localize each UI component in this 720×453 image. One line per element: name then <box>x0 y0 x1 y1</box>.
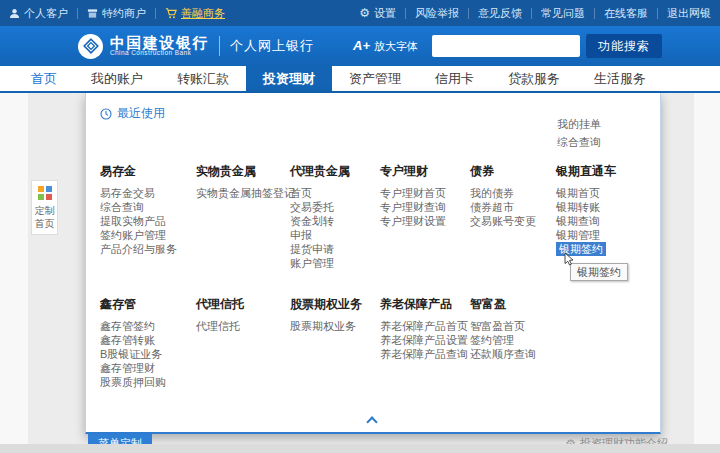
merchant-label: 特约商户 <box>102 6 146 21</box>
menu-link[interactable]: 首页 <box>290 186 312 200</box>
topbar: 个人客户 特约商户 善融商务 ⚙ 设置 风险举报 意见反馈 常见问题 在线客服 … <box>0 0 720 26</box>
commerce-link[interactable]: 善融商务 <box>156 0 234 26</box>
function-search-button[interactable]: 功能搜索 <box>586 34 662 58</box>
menu-link[interactable]: 交易委托 <box>290 200 334 214</box>
menu-link[interactable]: 专户理财查询 <box>380 200 446 214</box>
customize-home-label-1: 定制 <box>34 204 55 217</box>
bank-logo <box>78 34 103 59</box>
menu-link[interactable]: 银期查询 <box>556 214 600 228</box>
logout-link[interactable]: 退出网银 <box>658 0 720 26</box>
menu-group-xincunguan: 鑫存管 鑫存管签约 鑫存管转账 B股银证业务 鑫存管理财 股票质押回购 <box>100 296 196 389</box>
menu-link[interactable]: 提取实物产品 <box>100 214 166 228</box>
menu-link[interactable]: 鑫存管理财 <box>100 361 155 375</box>
cart-icon <box>165 7 177 19</box>
bank-name-cn: 中国建设银行 <box>110 35 209 51</box>
recent-used-label: 最近使用 <box>117 105 165 122</box>
menu-link[interactable]: 签约账户管理 <box>100 228 166 242</box>
menu-link[interactable]: 交易账号变更 <box>470 214 536 228</box>
menu-group-yanglaobaozhang: 养老保障产品 养老保障产品首页 养老保障产品设置 养老保障产品查询 <box>380 296 470 389</box>
page-footer-strip <box>0 444 720 453</box>
drag-tooltip: 银期签约 <box>570 263 628 281</box>
menu-link[interactable]: B股银证业务 <box>100 347 162 361</box>
mouse-cursor-icon <box>564 253 575 266</box>
menu-link[interactable]: 签约管理 <box>470 333 514 347</box>
menu-link[interactable]: 申报 <box>290 228 312 242</box>
topbar-right: ⚙ 设置 风险举报 意见反馈 常见问题 在线客服 退出网银 <box>350 0 720 26</box>
risk-report-link[interactable]: 风险举报 <box>406 0 468 26</box>
menu-link[interactable]: 银期管理 <box>556 228 600 242</box>
menu-link[interactable]: 代理信托 <box>196 319 240 333</box>
menu-link[interactable]: 养老保障产品设置 <box>380 333 468 347</box>
menu-group-title: 代理信托 <box>196 296 290 313</box>
nav-my-account[interactable]: 我的账户 <box>74 66 160 91</box>
font-zoom-button[interactable]: A+ 放大字体 <box>353 38 418 54</box>
menu-link[interactable]: 资金划转 <box>290 214 334 228</box>
font-zoom-icon: A+ <box>353 38 370 53</box>
menu-link[interactable]: 提货申请 <box>290 242 334 256</box>
scrolled-links: 我的挂单 综合查询 <box>557 115 601 151</box>
nav-transfer[interactable]: 转账汇款 <box>160 66 246 91</box>
menu-link[interactable]: 股票期权业务 <box>290 319 356 333</box>
nav-home[interactable]: 首页 <box>14 66 74 91</box>
nav-loan-service[interactable]: 贷款服务 <box>491 66 577 91</box>
collapse-menu-chevron-icon[interactable] <box>366 416 377 427</box>
risk-report-label: 风险举报 <box>415 6 459 21</box>
menu-group-gupiaoqiquan: 股票期权业务 股票期权业务 <box>290 296 380 389</box>
investment-mega-menu: 最近使用 我的挂单 综合查询 易存金 易存金交易 综合查询 提取实物产品 签约账… <box>85 93 661 434</box>
menu-link[interactable]: 专户理财设置 <box>380 214 446 228</box>
nav-investment[interactable]: 投资理财 <box>246 66 332 91</box>
menu-group-title: 银期直通车 <box>556 163 656 180</box>
menu-link[interactable]: 智富盈首页 <box>470 319 525 333</box>
ccb-logo-icon <box>83 38 99 54</box>
merchant-link[interactable]: 特约商户 <box>78 0 155 26</box>
menu-link[interactable]: 养老保障产品查询 <box>380 347 468 361</box>
menu-group-title: 易存金 <box>100 163 196 180</box>
menu-group-title: 养老保障产品 <box>380 296 470 313</box>
menu-group-yinqizhitongche: 银期直通车 银期首页 银期转账 银期查询 银期管理 银期签约 银期签约 <box>556 163 656 270</box>
divider <box>219 36 220 56</box>
menu-link[interactable]: 易存金交易 <box>100 186 155 200</box>
feedback-label: 意见反馈 <box>478 6 522 21</box>
menu-link[interactable]: 股票质押回购 <box>100 375 166 389</box>
customize-home-tab[interactable]: 定制 首页 <box>31 180 58 235</box>
online-service-link[interactable]: 在线客服 <box>595 0 657 26</box>
menu-link[interactable]: 产品介绍与服务 <box>100 242 177 256</box>
menu-link[interactable]: 银期转账 <box>556 200 600 214</box>
search-input[interactable] <box>432 35 586 57</box>
recent-used-header: 最近使用 <box>100 105 165 122</box>
menu-link[interactable]: 鑫存管转账 <box>100 333 155 347</box>
bank-name: 中国建设银行 China Construction Bank <box>110 35 209 58</box>
feedback-link[interactable]: 意见反馈 <box>469 0 531 26</box>
settings-link[interactable]: ⚙ 设置 <box>350 0 405 26</box>
menu-link[interactable]: 银期首页 <box>556 186 600 200</box>
faq-link[interactable]: 常见问题 <box>532 0 594 26</box>
menu-link[interactable]: 我的债券 <box>470 186 514 200</box>
menu-link[interactable]: 专户理财首页 <box>380 186 446 200</box>
menu-link[interactable]: 实物贵金属抽签登记 <box>196 186 295 200</box>
gear-icon: ⚙ <box>359 7 370 19</box>
menu-link[interactable]: 我的挂单 <box>557 115 601 133</box>
nav-credit-card[interactable]: 信用卡 <box>418 66 491 91</box>
menu-group-title: 鑫存管 <box>100 296 196 313</box>
nav-life-service[interactable]: 生活服务 <box>577 66 663 91</box>
personal-customer-link[interactable]: 个人客户 <box>0 0 77 26</box>
menu-link[interactable]: 综合查询 <box>557 133 601 151</box>
menu-link[interactable]: 账户管理 <box>290 256 334 270</box>
menu-link[interactable]: 鑫存管签约 <box>100 319 155 333</box>
menu-link[interactable]: 综合查询 <box>100 200 144 214</box>
menu-group-title: 代理贵金属 <box>290 163 380 180</box>
menu-group-zhuanhulicai: 专户理财 专户理财首页 专户理财查询 专户理财设置 <box>380 163 470 270</box>
page-margin-left <box>0 93 28 444</box>
user-icon <box>9 8 20 19</box>
header: 中国建设银行 China Construction Bank 个人网上银行 A+… <box>0 26 720 66</box>
settings-label: 设置 <box>374 6 396 21</box>
menu-link[interactable]: 债券超市 <box>470 200 514 214</box>
menu-group-dailixintuo: 代理信托 代理信托 <box>196 296 290 389</box>
nav-asset-management[interactable]: 资产管理 <box>332 66 418 91</box>
menu-link[interactable]: 养老保障产品首页 <box>380 319 468 333</box>
commerce-label: 善融商务 <box>181 6 225 21</box>
logout-label: 退出网银 <box>667 6 711 21</box>
topbar-left: 个人客户 特约商户 善融商务 <box>0 0 234 26</box>
store-icon <box>87 8 98 19</box>
menu-link[interactable]: 还款顺序查询 <box>470 347 536 361</box>
